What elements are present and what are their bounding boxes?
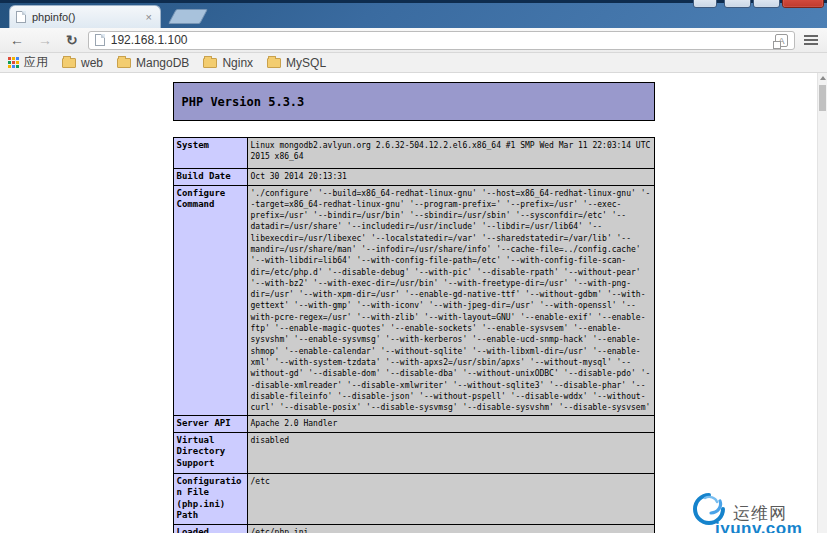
window-extra-button[interactable] <box>693 0 717 8</box>
row-value: /etc/php.ini <box>247 524 654 533</box>
back-icon[interactable]: ← <box>6 33 28 47</box>
page-icon <box>16 11 26 23</box>
row-label: Configure Command <box>173 185 247 416</box>
bookmark-label: Nginx <box>222 56 253 70</box>
bookmark-folder-web[interactable]: web <box>62 56 103 70</box>
apps-label: 应用 <box>24 54 48 71</box>
window-controls <box>693 0 824 8</box>
apps-shortcut[interactable]: 应用 <box>8 54 48 71</box>
table-row: Build Date Oct 30 2014 20:13:31 <box>173 169 654 186</box>
phpinfo-table: System Linux mongodb2.avlyun.org 2.6.32-… <box>173 137 655 533</box>
toolbar: ← → ↻ 192.168.1.100 A <box>0 28 827 53</box>
phpinfo-header: PHP Version 5.3.3 <box>173 82 655 121</box>
row-label: Build Date <box>173 169 247 186</box>
row-value: /etc <box>247 473 654 524</box>
row-value: Oct 30 2014 20:13:31 <box>247 169 654 186</box>
tab-phpinfo[interactable]: phpinfo() × <box>9 5 161 28</box>
scroll-up-icon[interactable] <box>820 76 826 80</box>
bookmark-label: MangoDB <box>136 56 189 70</box>
close-button[interactable] <box>782 0 824 8</box>
browser-window: phpinfo() × ← → ↻ 192.168.1.100 A <box>0 0 827 533</box>
folder-icon <box>267 58 281 68</box>
table-row: System Linux mongodb2.avlyun.org 2.6.32-… <box>173 138 654 169</box>
folder-icon <box>203 58 217 68</box>
bookmark-folder-mangodb[interactable]: MangoDB <box>117 56 189 70</box>
table-row: Loaded /etc/php.ini <box>173 524 654 533</box>
title-bar: phpinfo() × <box>0 0 827 28</box>
new-tab-button[interactable] <box>168 9 208 24</box>
phpinfo-page: PHP Version 5.3.3 System Linux mongodb2.… <box>173 82 655 533</box>
row-value: Linux mongodb2.avlyun.org 2.6.32-504.12.… <box>247 138 654 169</box>
folder-icon <box>117 58 131 68</box>
menu-icon[interactable] <box>801 33 821 47</box>
address-bar[interactable]: 192.168.1.100 A <box>88 31 795 50</box>
minimize-button[interactable] <box>724 0 751 8</box>
watermark: 运维网 iyunv.com <box>687 487 817 533</box>
tab-title: phpinfo() <box>32 11 138 23</box>
url-text[interactable]: 192.168.1.100 <box>111 33 769 47</box>
folder-icon <box>62 58 76 68</box>
row-label: Configuration File (php.ini) Path <box>173 473 247 524</box>
bookmark-folder-mysql[interactable]: MySQL <box>267 56 326 70</box>
row-label: Server API <box>173 416 247 433</box>
table-row: Server API Apache 2.0 Handler <box>173 416 654 433</box>
row-label: System <box>173 138 247 169</box>
table-row: Virtual Directory Support disabled <box>173 432 654 473</box>
row-value: disabled <box>247 432 654 473</box>
row-label: Loaded <box>173 524 247 533</box>
reload-icon[interactable]: ↻ <box>62 33 82 47</box>
translate-icon[interactable]: A <box>775 34 788 47</box>
row-label: Virtual Directory Support <box>173 432 247 473</box>
scrollbar[interactable] <box>817 73 827 533</box>
watermark-site-domain: iyunv.com <box>715 519 817 533</box>
table-row: Configure Command './configure' '--build… <box>173 185 654 416</box>
scrollbar-thumb[interactable] <box>819 85 826 111</box>
url-page-icon <box>95 34 105 46</box>
apps-grid-icon <box>8 57 19 68</box>
forward-icon[interactable]: → <box>34 33 56 47</box>
bookmarks-bar: 应用 web MangoDB Nginx MySQL <box>0 53 827 73</box>
maximize-button[interactable] <box>753 0 780 8</box>
bookmark-label: web <box>81 56 103 70</box>
table-row: Configuration File (php.ini) Path /etc <box>173 473 654 524</box>
bookmark-folder-nginx[interactable]: Nginx <box>203 56 253 70</box>
row-value: './configure' '--build=x86_64-redhat-lin… <box>247 185 654 416</box>
page-title: PHP Version 5.3.3 <box>182 95 305 109</box>
row-value: Apache 2.0 Handler <box>247 416 654 433</box>
tab-close-icon[interactable]: × <box>144 11 154 23</box>
page-content: PHP Version 5.3.3 System Linux mongodb2.… <box>0 73 827 533</box>
bookmark-label: MySQL <box>286 56 326 70</box>
